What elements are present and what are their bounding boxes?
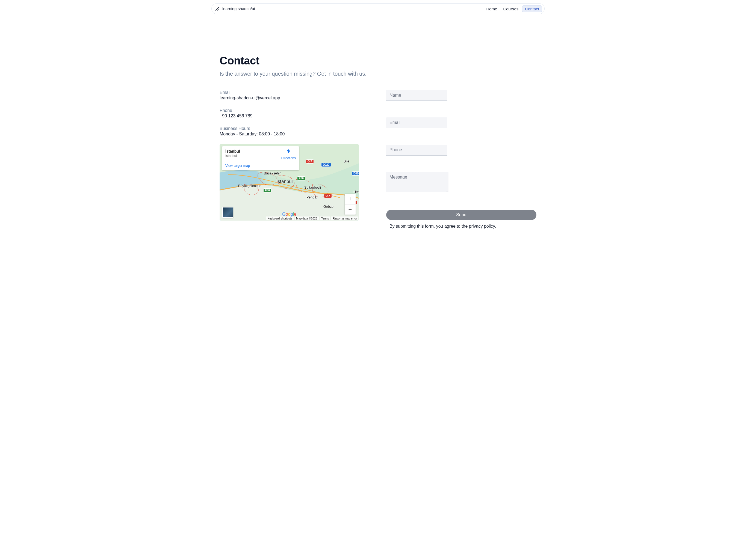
road-badge: O-7 [306, 159, 314, 164]
primary-nav: Home Courses Contact [484, 5, 542, 12]
map-zoom-in[interactable]: + [345, 194, 356, 204]
map-label-sultanbeyli: Sultanbeyli [304, 186, 321, 190]
map-label-gebze: Gebze [323, 205, 334, 208]
map-label-buyukcekmece: Büyükçekmece [238, 184, 261, 188]
content: Contact Is the answer to your question m… [212, 14, 544, 245]
info-hours: Business Hours Monday - Saturday: 08:00 … [220, 126, 370, 137]
map-directions[interactable]: Directions [281, 149, 296, 160]
logo-icon [215, 7, 220, 11]
name-input[interactable] [386, 90, 447, 101]
plus-icon: + [349, 196, 352, 202]
directions-icon [281, 149, 296, 155]
map[interactable]: İstanbul Başakşehir Büyükçekmece Sultanb… [220, 144, 359, 220]
map-view-larger[interactable]: View larger map [225, 164, 296, 168]
road-badge: O-7 [324, 194, 332, 198]
brand-name: learning shadcn/ui [222, 7, 255, 11]
phone-input[interactable] [386, 145, 447, 156]
nav-contact[interactable]: Contact [522, 5, 542, 12]
map-label-istanbul: İstanbul [276, 179, 293, 184]
info-email-label: Email [220, 90, 370, 95]
contact-form: Send By submitting this form, you agree … [386, 90, 536, 229]
map-label-basaksehir: Başakşehir [264, 172, 281, 175]
map-label-pendik: Pendik [306, 196, 317, 199]
info-phone-label: Phone [220, 108, 370, 113]
info-column: Email learning-shadcn-ui@vercel.app Phon… [220, 90, 370, 229]
map-data: Map data ©2025 [295, 216, 319, 220]
info-hours-value: Monday - Saturday: 08:00 - 18:00 [220, 132, 370, 137]
topbar: learning shadcn/ui Home Courses Contact [212, 3, 544, 14]
map-report-error[interactable]: Report a map error [331, 216, 358, 220]
map-attribution: Keyboard shortcuts Map data ©2025 Terms … [266, 216, 358, 220]
brand[interactable]: learning shadcn/ui [215, 7, 255, 11]
message-input[interactable] [386, 172, 448, 192]
svg-line-0 [216, 7, 219, 10]
map-label-her: Her [354, 190, 359, 194]
map-info-card: İstanbul İstanbul Directions View larger… [222, 146, 299, 170]
map-zoom-controls: + − [345, 194, 356, 214]
map-label-sile: Şile [344, 159, 349, 163]
map-directions-label: Directions [281, 156, 296, 160]
map-card-subtitle: İstanbul [225, 154, 279, 158]
road-badge: E80 [297, 176, 305, 181]
map-terms[interactable]: Terms [320, 216, 331, 220]
road-badge: D020 [352, 172, 359, 176]
page-title: Contact [220, 55, 536, 67]
map-satellite-toggle[interactable] [222, 207, 233, 218]
nav-courses[interactable]: Courses [501, 5, 521, 12]
nav-home[interactable]: Home [484, 5, 500, 12]
road-badge: E80 [263, 189, 271, 193]
google-logo: Google [282, 212, 296, 217]
form-disclaimer: By submitting this form, you agree to th… [386, 224, 536, 229]
info-email: Email learning-shadcn-ui@vercel.app [220, 90, 370, 100]
minus-icon: − [349, 206, 352, 213]
email-input[interactable] [386, 117, 447, 128]
svg-line-1 [218, 9, 219, 10]
road-badge: D020 [321, 163, 331, 167]
page-subtitle: Is the answer to your question missing? … [220, 71, 536, 77]
map-card-title: İstanbul [225, 149, 279, 153]
info-hours-label: Business Hours [220, 126, 370, 131]
map-zoom-out[interactable]: − [345, 204, 356, 214]
send-button[interactable]: Send [386, 210, 536, 220]
info-phone-value: +90 123 456 789 [220, 114, 370, 118]
info-phone: Phone +90 123 456 789 [220, 108, 370, 118]
map-keyboard-shortcuts[interactable]: Keyboard shortcuts [266, 216, 293, 220]
info-email-value: learning-shadcn-ui@vercel.app [220, 95, 370, 100]
